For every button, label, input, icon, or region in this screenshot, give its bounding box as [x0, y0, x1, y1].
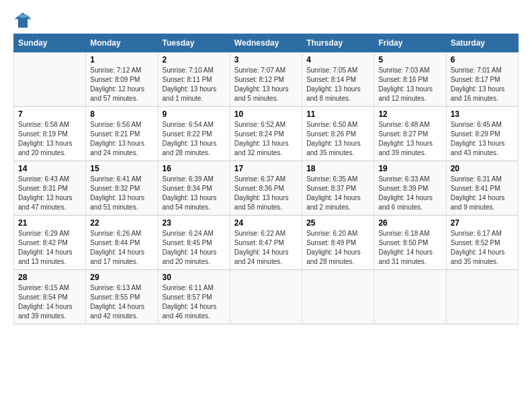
day-number: 15: [90, 164, 153, 173]
day-number: 20: [451, 164, 514, 173]
day-number: 11: [306, 109, 369, 119]
day-info: Sunrise: 6:15 AMSunset: 8:54 PMDaylight:…: [18, 283, 81, 321]
day-number: 13: [451, 109, 514, 119]
day-info: Sunrise: 6:26 AMSunset: 8:44 PMDaylight:…: [90, 229, 153, 267]
day-number: 3: [234, 55, 298, 64]
week-row-2: 7Sunrise: 6:58 AMSunset: 8:19 PMDaylight…: [14, 107, 519, 161]
day-number: 29: [90, 273, 153, 282]
calendar-table: SundayMondayTuesdayWednesdayThursdayFrid…: [13, 34, 519, 324]
day-number: 24: [234, 218, 298, 228]
day-cell: 7Sunrise: 6:58 AMSunset: 8:19 PMDaylight…: [14, 107, 86, 161]
day-cell: [446, 270, 518, 324]
day-number: 19: [378, 164, 441, 173]
day-cell: 20Sunrise: 6:31 AMSunset: 8:41 PMDayligh…: [446, 161, 518, 216]
day-cell: [14, 52, 86, 107]
day-number: 14: [18, 164, 81, 173]
day-info: Sunrise: 6:31 AMSunset: 8:41 PMDaylight:…: [451, 175, 514, 212]
page: SundayMondayTuesdayWednesdayThursdayFrid…: [0, 0, 532, 331]
day-info: Sunrise: 6:50 AMSunset: 8:26 PMDaylight:…: [306, 120, 369, 158]
day-info: Sunrise: 6:18 AMSunset: 8:50 PMDaylight:…: [378, 229, 441, 267]
header: [13, 11, 519, 30]
day-cell: [230, 270, 302, 324]
day-info: Sunrise: 6:37 AMSunset: 8:36 PMDaylight:…: [234, 175, 298, 212]
day-cell: 25Sunrise: 6:20 AMSunset: 8:49 PMDayligh…: [302, 216, 374, 270]
day-cell: 9Sunrise: 6:54 AMSunset: 8:22 PMDaylight…: [158, 107, 230, 161]
day-cell: 29Sunrise: 6:13 AMSunset: 8:55 PMDayligh…: [86, 270, 158, 324]
day-number: 10: [234, 109, 298, 119]
day-cell: 13Sunrise: 6:45 AMSunset: 8:29 PMDayligh…: [446, 107, 518, 161]
day-number: 18: [306, 164, 369, 173]
day-cell: 27Sunrise: 6:17 AMSunset: 8:52 PMDayligh…: [446, 216, 518, 270]
day-number: 25: [306, 218, 369, 228]
header-day-friday: Friday: [374, 34, 446, 52]
week-row-5: 28Sunrise: 6:15 AMSunset: 8:54 PMDayligh…: [14, 270, 519, 324]
day-info: Sunrise: 6:45 AMSunset: 8:29 PMDaylight:…: [451, 120, 514, 158]
day-cell: 19Sunrise: 6:33 AMSunset: 8:39 PMDayligh…: [374, 161, 446, 216]
header-day-tuesday: Tuesday: [158, 34, 230, 52]
day-info: Sunrise: 6:41 AMSunset: 8:32 PMDaylight:…: [90, 175, 153, 212]
day-info: Sunrise: 6:13 AMSunset: 8:55 PMDaylight:…: [90, 283, 153, 321]
day-cell: 10Sunrise: 6:52 AMSunset: 8:24 PMDayligh…: [230, 107, 302, 161]
day-info: Sunrise: 7:12 AMSunset: 8:09 PMDaylight:…: [90, 66, 153, 103]
day-cell: 11Sunrise: 6:50 AMSunset: 8:26 PMDayligh…: [302, 107, 374, 161]
week-row-1: 1Sunrise: 7:12 AMSunset: 8:09 PMDaylight…: [14, 52, 519, 107]
header-row: SundayMondayTuesdayWednesdayThursdayFrid…: [14, 34, 519, 52]
header-day-monday: Monday: [86, 34, 158, 52]
day-number: 6: [451, 55, 514, 64]
day-number: 30: [163, 273, 226, 282]
logo: [13, 11, 35, 30]
day-info: Sunrise: 6:54 AMSunset: 8:22 PMDaylight:…: [163, 120, 226, 158]
header-day-saturday: Saturday: [446, 34, 518, 52]
day-number: 9: [163, 109, 226, 119]
day-info: Sunrise: 6:56 AMSunset: 8:21 PMDaylight:…: [90, 120, 153, 158]
day-info: Sunrise: 7:01 AMSunset: 8:17 PMDaylight:…: [451, 66, 514, 103]
day-info: Sunrise: 6:48 AMSunset: 8:27 PMDaylight:…: [378, 120, 441, 158]
day-info: Sunrise: 6:52 AMSunset: 8:24 PMDaylight:…: [234, 120, 298, 158]
day-number: 5: [378, 55, 441, 64]
day-info: Sunrise: 6:35 AMSunset: 8:37 PMDaylight:…: [306, 175, 369, 212]
day-cell: 4Sunrise: 7:05 AMSunset: 8:14 PMDaylight…: [302, 52, 374, 107]
day-number: 2: [163, 55, 226, 64]
day-number: 22: [90, 218, 153, 228]
day-cell: 3Sunrise: 7:07 AMSunset: 8:12 PMDaylight…: [230, 52, 302, 107]
day-cell: [302, 270, 374, 324]
day-info: Sunrise: 6:58 AMSunset: 8:19 PMDaylight:…: [18, 120, 81, 158]
day-number: 27: [451, 218, 514, 228]
day-cell: 12Sunrise: 6:48 AMSunset: 8:27 PMDayligh…: [374, 107, 446, 161]
day-cell: 24Sunrise: 6:22 AMSunset: 8:47 PMDayligh…: [230, 216, 302, 270]
day-number: 16: [163, 164, 226, 173]
day-info: Sunrise: 7:10 AMSunset: 8:11 PMDaylight:…: [163, 66, 226, 103]
day-info: Sunrise: 6:43 AMSunset: 8:31 PMDaylight:…: [18, 175, 81, 212]
day-info: Sunrise: 7:03 AMSunset: 8:16 PMDaylight:…: [378, 66, 441, 103]
day-cell: 30Sunrise: 6:11 AMSunset: 8:57 PMDayligh…: [158, 270, 230, 324]
day-number: 8: [90, 109, 153, 119]
day-number: 26: [378, 218, 441, 228]
day-cell: 23Sunrise: 6:24 AMSunset: 8:45 PMDayligh…: [158, 216, 230, 270]
day-info: Sunrise: 6:33 AMSunset: 8:39 PMDaylight:…: [378, 175, 441, 212]
day-info: Sunrise: 6:22 AMSunset: 8:47 PMDaylight:…: [234, 229, 298, 267]
day-info: Sunrise: 6:39 AMSunset: 8:34 PMDaylight:…: [163, 175, 226, 212]
day-number: 1: [90, 55, 153, 64]
week-row-4: 21Sunrise: 6:29 AMSunset: 8:42 PMDayligh…: [14, 216, 519, 270]
day-cell: 2Sunrise: 7:10 AMSunset: 8:11 PMDaylight…: [158, 52, 230, 107]
logo-icon: [13, 11, 32, 30]
day-cell: 16Sunrise: 6:39 AMSunset: 8:34 PMDayligh…: [158, 161, 230, 216]
day-number: 12: [378, 109, 441, 119]
day-info: Sunrise: 6:11 AMSunset: 8:57 PMDaylight:…: [163, 283, 226, 321]
day-number: 21: [18, 218, 81, 228]
day-cell: 18Sunrise: 6:35 AMSunset: 8:37 PMDayligh…: [302, 161, 374, 216]
day-info: Sunrise: 7:05 AMSunset: 8:14 PMDaylight:…: [306, 66, 369, 103]
day-cell: 5Sunrise: 7:03 AMSunset: 8:16 PMDaylight…: [374, 52, 446, 107]
day-cell: 15Sunrise: 6:41 AMSunset: 8:32 PMDayligh…: [86, 161, 158, 216]
header-day-sunday: Sunday: [14, 34, 86, 52]
day-cell: 8Sunrise: 6:56 AMSunset: 8:21 PMDaylight…: [86, 107, 158, 161]
day-info: Sunrise: 6:17 AMSunset: 8:52 PMDaylight:…: [451, 229, 514, 267]
day-cell: 22Sunrise: 6:26 AMSunset: 8:44 PMDayligh…: [86, 216, 158, 270]
day-cell: 17Sunrise: 6:37 AMSunset: 8:36 PMDayligh…: [230, 161, 302, 216]
day-cell: 26Sunrise: 6:18 AMSunset: 8:50 PMDayligh…: [374, 216, 446, 270]
header-day-wednesday: Wednesday: [230, 34, 302, 52]
week-row-3: 14Sunrise: 6:43 AMSunset: 8:31 PMDayligh…: [14, 161, 519, 216]
day-cell: 21Sunrise: 6:29 AMSunset: 8:42 PMDayligh…: [14, 216, 86, 270]
day-cell: 14Sunrise: 6:43 AMSunset: 8:31 PMDayligh…: [14, 161, 86, 216]
header-day-thursday: Thursday: [302, 34, 374, 52]
